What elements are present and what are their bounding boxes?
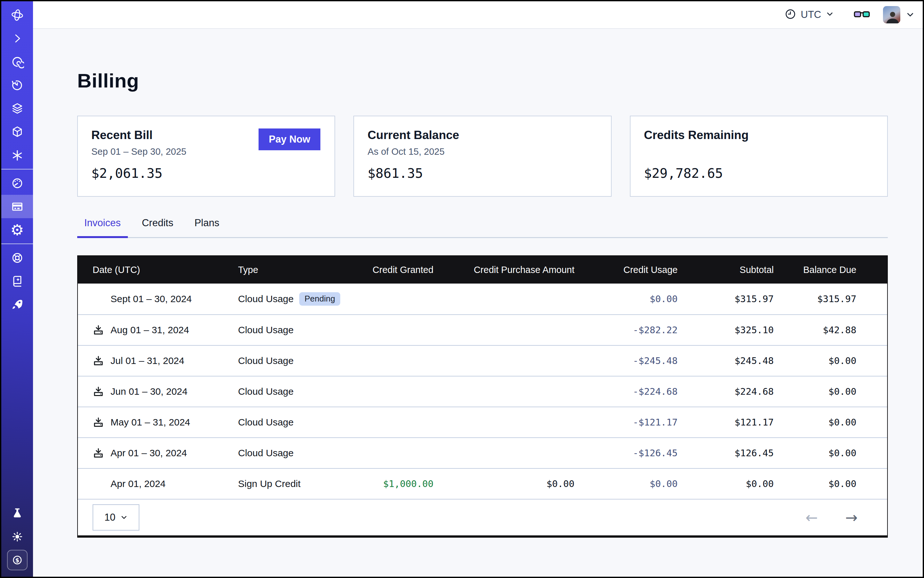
balance-due-value: $315.97 — [774, 294, 887, 304]
invoice-type-cell: Cloud Usage — [238, 355, 347, 366]
subtotal-value: $325.10 — [678, 325, 774, 336]
column-header-subtotal: Subtotal — [678, 265, 774, 275]
invoice-row: May 01 – 31, 2024 Cloud Usage -$121.17 $… — [78, 407, 887, 437]
timezone-dropdown[interactable]: UTC — [785, 9, 834, 21]
invoice-type-text: Cloud Usage — [238, 294, 294, 304]
nexus-cube-icon[interactable] — [1, 120, 33, 143]
subtotal-value: $245.48 — [678, 355, 774, 366]
timezone-label: UTC — [801, 9, 821, 21]
invoice-type-cell: Cloud Usage Pending — [238, 292, 347, 306]
page-size-value: 10 — [104, 512, 115, 523]
subtotal-value: $121.17 — [678, 417, 774, 428]
invoice-row: Jun 01 – 30, 2024 Cloud Usage -$224.68 $… — [78, 376, 887, 407]
invoice-date-text: Apr 01, 2024 — [110, 478, 166, 489]
column-header-balance-due: Balance Due — [774, 265, 887, 275]
download-invoice-icon[interactable] — [92, 417, 105, 428]
credit-purchase-value: $0.00 — [434, 478, 575, 489]
column-header-credit-purchase: Credit Purchase Amount — [434, 265, 575, 275]
card-subtitle — [644, 146, 874, 158]
column-header-type: Type — [238, 265, 347, 275]
pay-now-button[interactable]: Pay Now — [258, 128, 320, 150]
invoice-date-cell: Apr 01, 2024 — [78, 478, 238, 490]
recent-bill-card: Recent Bill Sep 01 – Sep 30, 2025 $2,061… — [77, 116, 335, 197]
schedules-clock-icon[interactable] — [1, 73, 33, 97]
credit-usage-value: $0.00 — [575, 294, 678, 304]
next-page-arrow[interactable]: → — [843, 510, 860, 525]
download-invoice-icon[interactable] — [92, 324, 105, 336]
temporal-logo-icon[interactable] — [1, 3, 33, 27]
docs-book-icon[interactable] — [1, 270, 33, 293]
invoices-table: Date (UTC) Type Credit Granted Credit Pu… — [77, 255, 888, 537]
theme-sun-icon[interactable] — [1, 525, 33, 548]
sidebar-divider — [1, 244, 33, 244]
tab-credits[interactable]: Credits — [135, 217, 180, 237]
expand-sidebar-chevron-icon[interactable] — [1, 27, 33, 50]
namespaces-spiral-icon[interactable] — [1, 50, 33, 73]
credit-usage-value: -$126.45 — [575, 448, 678, 458]
download-invoice-icon[interactable] — [92, 386, 105, 397]
usage-gauge-icon[interactable] — [1, 171, 33, 195]
table-footer: 10 ← → — [78, 499, 887, 536]
invoice-date-cell: May 01 – 31, 2024 — [78, 417, 238, 428]
invoice-type-cell: Cloud Usage — [238, 325, 347, 336]
credits-remaining-card: Credits Remaining $29,782.65 — [630, 116, 888, 197]
labs-flask-icon[interactable] — [1, 502, 33, 525]
balance-due-value: $42.88 — [774, 325, 887, 336]
recent-bill-amount: $2,061.35 — [91, 166, 321, 181]
sidebar-divider — [1, 169, 33, 169]
subtotal-value: $315.97 — [678, 294, 774, 304]
credit-granted-value: $1,000.00 — [347, 478, 434, 489]
deployments-layers-icon[interactable] — [1, 97, 33, 120]
asterisk-icon[interactable] — [1, 143, 33, 167]
invoice-type-cell: Sign Up Credit — [238, 478, 347, 489]
invoice-type-text: Cloud Usage — [238, 417, 294, 428]
credit-usage-value: -$282.22 — [575, 325, 678, 336]
invoice-type-text: Cloud Usage — [238, 386, 294, 397]
current-balance-amount: $861.35 — [367, 166, 597, 181]
invoice-type-text: Cloud Usage — [238, 325, 294, 336]
billing-page: Billing Recent Bill Sep 01 – Sep 30, 202… — [33, 29, 923, 577]
card-title: Current Balance — [367, 128, 597, 142]
download-invoice-icon[interactable] — [92, 355, 105, 367]
invoice-date-cell: Jun 01 – 30, 2024 — [78, 386, 238, 397]
balance-due-value: $0.00 — [774, 355, 887, 366]
chevron-down-icon — [826, 10, 834, 19]
sidebar: ⚙ — [1, 1, 33, 577]
user-avatar[interactable] — [883, 6, 900, 23]
invoice-row: Jul 01 – 31, 2024 Cloud Usage -$245.48 $… — [78, 345, 887, 376]
clock-icon — [785, 9, 796, 21]
previous-page-arrow[interactable]: ← — [804, 510, 820, 525]
invoice-type-cell: Cloud Usage — [238, 417, 347, 428]
card-title: Credits Remaining — [644, 128, 874, 142]
invoice-date-text: Jun 01 – 30, 2024 — [110, 386, 187, 397]
page-title: Billing — [77, 69, 923, 92]
billing-tabs: Invoices Credits Plans — [77, 217, 888, 238]
support-lifering-icon[interactable] — [1, 246, 33, 270]
feedback-glasses-icon[interactable] — [854, 9, 870, 20]
column-header-credit-granted: Credit Granted — [347, 265, 434, 275]
invoice-date-text: Jul 01 – 31, 2024 — [110, 355, 184, 366]
settings-gear-icon[interactable]: ⚙ — [1, 218, 33, 242]
avatar-photo — [883, 6, 900, 23]
balance-due-value: $0.00 — [774, 386, 887, 397]
column-header-credit-usage: Credit Usage — [575, 265, 678, 275]
download-invoice-icon[interactable] — [92, 447, 105, 459]
summary-cards: Recent Bill Sep 01 – Sep 30, 2025 $2,061… — [77, 116, 888, 197]
getting-started-rocket-icon[interactable] — [1, 293, 33, 316]
invoice-date-text: Sept 01 – 30, 2024 — [110, 294, 192, 304]
credit-usage-value: -$224.68 — [575, 386, 678, 397]
table-body: Sept 01 – 30, 2024 Cloud Usage Pending $… — [78, 284, 887, 499]
tab-plans[interactable]: Plans — [187, 217, 227, 237]
invoice-row: Apr 01, 2024 Sign Up Credit $1,000.00 $0… — [78, 468, 887, 499]
account-menu-chevron-icon[interactable] — [906, 11, 914, 19]
credits-dollar-badge-icon[interactable]: $ — [1, 548, 33, 572]
subtotal-value: $0.00 — [678, 478, 774, 489]
topbar: UTC — [33, 1, 923, 29]
invoice-status-badge: Pending — [299, 292, 340, 306]
invoice-type-cell: Cloud Usage — [238, 448, 347, 458]
billing-card-icon[interactable] — [1, 195, 33, 218]
page-size-select[interactable]: 10 — [93, 504, 140, 531]
tab-invoices[interactable]: Invoices — [77, 217, 128, 237]
invoice-type-text: Cloud Usage — [238, 355, 294, 366]
invoice-date-text: Aug 01 – 31, 2024 — [110, 325, 189, 336]
